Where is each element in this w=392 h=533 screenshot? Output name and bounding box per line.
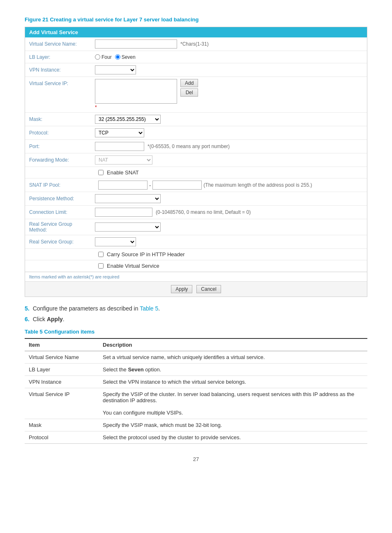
virtual-service-name-input[interactable] [95,39,177,49]
virtual-service-ip-controls: Add Del [95,79,198,104]
forwarding-mode-select[interactable]: NAT [95,155,152,165]
lb-layer-controls: Four Seven [95,54,363,60]
real-service-group-method-select[interactable] [95,222,161,232]
connection-limit-input[interactable] [95,208,152,217]
cancel-button[interactable]: Cancel [196,285,221,293]
snat-ip-end-input[interactable] [152,181,202,190]
asterisk-note: Items marked with an asterisk(*) are req… [25,272,367,281]
enable-snat-row: Enable SNAT [25,167,367,178]
del-ip-button[interactable]: Del [180,88,198,97]
virtual-service-name-hint: *Chars(1-31) [180,41,209,47]
virtual-service-ip-label: Virtual Service IP: [29,79,95,86]
table-row: MaskSpecify the VSIP mask, which must be… [25,419,367,431]
forwarding-mode-row: Forwarding Mode: NAT [25,153,367,167]
step-5-content: Configure the parameters as described in… [33,305,160,312]
protocol-label: Protocol: [29,130,95,136]
forwarding-mode-label: Forwarding Mode: [29,157,95,163]
table-row: ProtocolSelect the protocol used by the … [25,431,367,444]
step-6: 6. Click Apply. [25,316,367,322]
lb-layer-row: LB Layer: Four Seven [25,51,367,63]
carry-source-checkbox[interactable] [98,252,104,257]
enable-virtual-label: Enable Virtual Service [107,263,159,269]
connection-limit-controls: (0-10485760, 0 means no limit, Default =… [95,208,363,217]
protocol-select[interactable]: TCP [95,128,144,137]
lb-layer-label: LB Layer: [29,54,95,60]
table-cell-item: Mask [25,419,99,431]
table-title: Table 5 Configuration items [25,329,367,335]
table-cell-description: Select the protocol used by the cluster … [99,431,367,444]
vpn-instance-controls [95,65,363,74]
table-cell-item: LB Layer [25,364,99,376]
table-cell-description: Select the VPN instance to which the vir… [99,376,367,388]
step-5: 5. Configure the parameters as described… [25,305,367,312]
virtual-service-ip-row: Virtual Service IP: Add Del * [25,77,367,113]
table-5-link[interactable]: Table 5 [140,305,158,312]
lb-layer-four-label: Four [101,54,112,60]
real-service-group-method-row: Real Service Group Method: [25,219,367,235]
snat-ip-start-input[interactable] [98,181,148,190]
virtual-service-name-controls: *Chars(1-31) [95,39,363,49]
col-description-header: Description [99,338,367,351]
lb-layer-seven-radio[interactable] [115,54,120,60]
table-cell-description: Specify the VSIP of the cluster. In serv… [99,388,367,419]
port-label: Port: [29,144,95,149]
apply-button[interactable]: Apply [171,285,192,293]
persistence-method-select[interactable] [95,194,161,203]
table-cell-description: Set a virtual service name, which unique… [99,351,367,364]
snat-hint: (The maximum length of the address pool … [203,182,312,188]
protocol-row: Protocol: TCP [25,126,367,140]
figure-title: Figure 21 Creating a virtual service for… [25,16,367,23]
virtual-service-ip-textarea[interactable] [95,79,177,104]
config-table: Item Description Virtual Service NameSet… [25,338,367,444]
page-number: 27 [25,456,367,462]
mask-select[interactable]: 32 (255.255.255.255) [95,115,161,124]
ip-buttons: Add Del [180,79,198,97]
real-service-group-method-label: Real Service Group Method: [29,221,95,233]
persistence-method-label: Persistence Method: [29,196,95,202]
enable-virtual-row: Enable Virtual Service [25,260,367,272]
table-cell-item: Virtual Service IP [25,388,99,419]
real-service-group-row: Real Service Group: [25,235,367,249]
lb-layer-four-option[interactable]: Four [95,54,112,60]
add-ip-button[interactable]: Add [180,79,198,87]
lb-layer-seven-option[interactable]: Seven [115,54,136,60]
table-cell-item: Protocol [25,431,99,444]
connection-limit-hint: (0-10485760, 0 means no limit, Default =… [156,209,251,215]
apply-bold: Apply [47,316,63,322]
snat-separator: - [149,182,151,188]
mask-row: Mask: 32 (255.255.255.255) [25,113,367,126]
snat-ip-pool-row: SNAT IP Pool: - (The maximum length of t… [25,178,367,192]
vpn-instance-row: VPN Instance: [25,63,367,77]
table-header-row: Item Description [25,338,367,351]
vpn-instance-select[interactable] [95,65,136,74]
table-cell-description: Specify the VSIP mask, which must be 32-… [99,419,367,431]
port-hint: *(0-65535, 0 means any port number) [148,144,230,149]
forwarding-mode-controls: NAT [95,155,363,165]
port-input[interactable] [95,142,144,151]
virtual-service-name-row: Virtual Service Name: *Chars(1-31) [25,37,367,51]
enable-virtual-checkbox[interactable] [98,263,104,269]
real-service-group-label: Real Service Group: [29,239,95,245]
vpn-instance-label: VPN Instance: [29,67,95,73]
table-cell-description: Select the Seven option. [99,364,367,376]
protocol-controls: TCP [95,128,363,137]
form-footer: Apply Cancel [25,281,367,297]
connection-limit-row: Connection Limit: (0-10485760, 0 means n… [25,206,367,219]
table-row: VPN InstanceSelect the VPN instance to w… [25,376,367,388]
carry-source-label: Carry Source IP in HTTP Header [107,251,185,257]
carry-source-row: Carry Source IP in HTTP Header [25,249,367,260]
lb-layer-four-radio[interactable] [95,54,100,60]
virtual-service-name-label: Virtual Service Name: [29,41,95,47]
port-controls: *(0-65535, 0 means any port number) [95,142,363,151]
table-row: Virtual Service NameSet a virtual servic… [25,351,367,364]
real-service-group-method-controls [95,222,363,232]
snat-ip-pool-label: SNAT IP Pool: [29,182,95,188]
step-6-number: 6. [25,316,30,322]
enable-snat-label: Enable SNAT [107,169,139,176]
step-5-number: 5. [25,305,30,312]
step-6-content: Click Apply. [33,316,65,322]
real-service-group-select[interactable] [95,237,136,246]
lb-layer-seven-label: Seven [122,54,136,60]
snat-ip-pool-controls: - (The maximum length of the address poo… [98,181,312,190]
enable-snat-checkbox[interactable] [98,170,104,175]
